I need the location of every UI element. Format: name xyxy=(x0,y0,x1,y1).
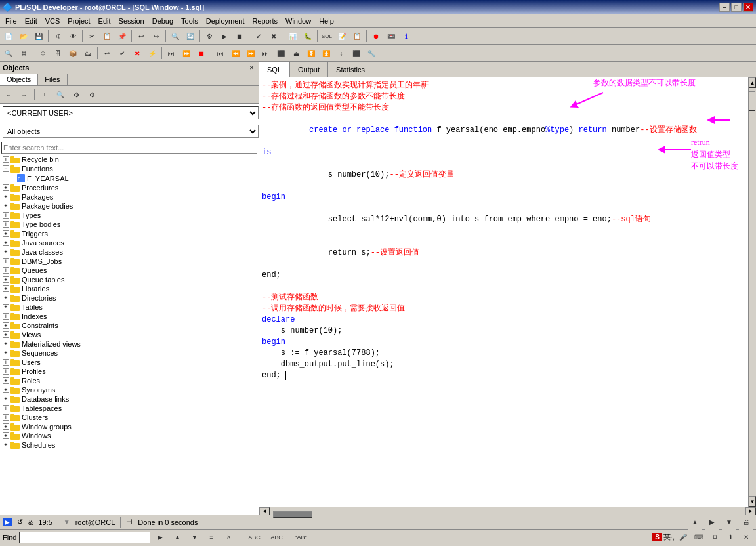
tree-item-type-bodies[interactable]: + Type bodies xyxy=(0,220,259,229)
tb-cfg[interactable]: ⚙ xyxy=(69,87,83,102)
expand-mat-views[interactable]: + xyxy=(3,341,9,347)
find-ab-quoted[interactable]: "AB" xyxy=(289,530,312,545)
tb2-b5[interactable]: ↩ xyxy=(100,46,114,60)
tree-item-package-bodies[interactable]: + Package bodies xyxy=(0,201,259,211)
tb-record[interactable]: ⏺ xyxy=(369,29,383,43)
expand-constraints[interactable]: + xyxy=(3,322,9,329)
tree-item-profiles[interactable]: + Profiles xyxy=(0,367,259,376)
tab-files[interactable]: Files xyxy=(38,74,67,85)
find-prev-btn[interactable]: ▲ xyxy=(170,530,184,545)
menu-debug[interactable]: Debug xyxy=(148,16,177,26)
tb2-b2[interactable]: 🗄 xyxy=(51,46,65,60)
status-scroll-down[interactable]: ▼ xyxy=(722,515,736,530)
tree-item-dbms-jobs[interactable]: + DBMS_Jobs xyxy=(0,257,259,266)
tb-cut[interactable]: ✂ xyxy=(85,29,99,43)
find-abc2[interactable]: ABC xyxy=(266,530,286,545)
expand-directories[interactable]: + xyxy=(3,295,9,301)
tb2-settings[interactable]: ⚙ xyxy=(16,46,31,60)
expand-queue-tables[interactable]: + xyxy=(3,276,9,283)
menu-reports[interactable]: Reports xyxy=(249,16,282,26)
tree-item-users[interactable]: + Users xyxy=(0,358,259,367)
tb-redo[interactable]: ↪ xyxy=(149,29,163,43)
close-btn[interactable]: ✕ xyxy=(743,3,753,12)
tree-item-queue-tables[interactable]: + Queue tables xyxy=(0,275,259,284)
status-printer[interactable]: 🖨 xyxy=(739,515,753,530)
menu-edit[interactable]: Edit xyxy=(21,16,41,26)
tree-item-windows[interactable]: + Windows xyxy=(0,431,259,440)
tree-item-clusters[interactable]: + Clusters xyxy=(0,413,259,422)
expand-db-links[interactable]: + xyxy=(3,396,9,402)
settings-icon2[interactable]: ⚙ xyxy=(707,530,722,545)
tree-item-procedures[interactable]: + Procedures xyxy=(0,183,259,192)
expand-schedules[interactable]: + xyxy=(3,442,9,448)
tb-search[interactable]: 🔍 xyxy=(168,29,182,43)
tb2-nav2[interactable]: ⏪ xyxy=(228,46,243,60)
tb-rollback[interactable]: ✖ xyxy=(266,29,281,43)
tb-explain[interactable]: 📊 xyxy=(285,29,300,43)
tb2-b7[interactable]: ✖ xyxy=(130,46,144,60)
tb2-nav1[interactable]: ⏮ xyxy=(213,46,228,60)
status-scroll-up[interactable]: ▲ xyxy=(688,515,702,530)
tb2-b8[interactable]: ⚡ xyxy=(145,46,159,60)
tb-run[interactable]: ▶ xyxy=(217,29,232,43)
tb-extra3[interactable]: 📋 xyxy=(350,29,364,43)
expand-types[interactable]: + xyxy=(3,212,9,219)
tree-item-roles[interactable]: + Roles xyxy=(0,376,259,385)
tree-item-constraints[interactable]: + Constraints xyxy=(0,321,259,330)
tb-replace[interactable]: 🔄 xyxy=(183,29,198,43)
tree-item-triggers[interactable]: + Triggers xyxy=(0,229,259,238)
tree-item-tablespaces[interactable]: + Tablespaces xyxy=(0,404,259,413)
tb-info[interactable]: ℹ xyxy=(399,29,413,43)
menu-project[interactable]: Project xyxy=(64,16,94,26)
tb2-nav5[interactable]: ⬛ xyxy=(274,46,288,60)
expand-tables[interactable]: + xyxy=(3,304,9,310)
expand-java-sources[interactable]: + xyxy=(3,240,9,246)
expand-functions[interactable]: − xyxy=(3,165,9,172)
find-close-btn[interactable]: × xyxy=(221,530,236,545)
tree-item-packages[interactable]: + Packages xyxy=(0,192,259,201)
scrollbar-up-btn[interactable]: ▲ xyxy=(749,77,756,88)
panel-close[interactable]: ✕ xyxy=(247,63,256,72)
mic-icon[interactable]: 🎤 xyxy=(676,530,690,545)
tb-back[interactable]: ← xyxy=(1,87,16,102)
tree-item-libraries[interactable]: + Libraries xyxy=(0,284,259,293)
tb2-b1[interactable]: ⬡ xyxy=(35,46,50,60)
tb-stop[interactable]: ⏹ xyxy=(232,29,247,43)
tree-item-functions[interactable]: − Functions xyxy=(0,164,259,173)
scrollbar-down-btn[interactable]: ▼ xyxy=(749,496,756,507)
tb-commit[interactable]: ✔ xyxy=(251,29,266,43)
hscroll-left-btn[interactable]: ◄ xyxy=(259,507,270,515)
upload-icon[interactable]: ⬆ xyxy=(723,530,738,545)
tb2-b3[interactable]: 📦 xyxy=(66,46,80,60)
find-next-btn[interactable]: ▶ xyxy=(153,530,167,545)
tb2-b4[interactable]: 🗂 xyxy=(81,46,95,60)
tree-item-java-sources[interactable]: + Java sources xyxy=(0,238,259,247)
scrollbar-thumb[interactable] xyxy=(749,91,755,111)
tb2-obj[interactable]: 🔍 xyxy=(1,46,16,60)
menu-edit2[interactable]: Edit xyxy=(94,16,115,26)
expand-profiles[interactable]: + xyxy=(3,368,9,375)
tree-item-materialized-views[interactable]: + Materialized views xyxy=(0,339,259,348)
tb-copy[interactable]: 📋 xyxy=(100,29,114,43)
tb-debug[interactable]: 🐛 xyxy=(301,29,315,43)
tb-preview[interactable]: 👁 xyxy=(66,29,80,43)
tb-macros[interactable]: 📼 xyxy=(384,29,398,43)
code-editor[interactable]: --案例，通过存储函数实现计算指定员工的年薪 --存储过程和存储函数的参数不能带… xyxy=(259,77,748,507)
menu-deployment[interactable]: Deployment xyxy=(202,16,249,26)
expand-sequences[interactable]: + xyxy=(3,350,9,356)
minimize-btn[interactable]: − xyxy=(719,3,730,12)
expand-dbms-jobs[interactable]: + xyxy=(3,258,9,264)
expand-package-bodies[interactable]: + xyxy=(3,203,9,209)
tb-paste[interactable]: 📌 xyxy=(115,29,129,43)
tb2-b9[interactable]: ⏹ xyxy=(194,46,209,60)
tree-item-database-links[interactable]: + Database links xyxy=(0,394,259,404)
tb-print[interactable]: 🖨 xyxy=(51,29,65,43)
find-options-btn[interactable]: ≡ xyxy=(204,530,219,545)
tb-new[interactable]: 📄 xyxy=(1,29,16,43)
menu-file[interactable]: File xyxy=(1,16,21,26)
find-all-btn[interactable]: ▼ xyxy=(187,530,201,545)
tb2-arrow1[interactable]: ⏭ xyxy=(164,46,178,60)
expand-java-classes[interactable]: + xyxy=(3,249,9,255)
right-scrollbar[interactable]: ▲ ▼ xyxy=(748,77,756,507)
tb-save[interactable]: 💾 xyxy=(32,29,46,43)
